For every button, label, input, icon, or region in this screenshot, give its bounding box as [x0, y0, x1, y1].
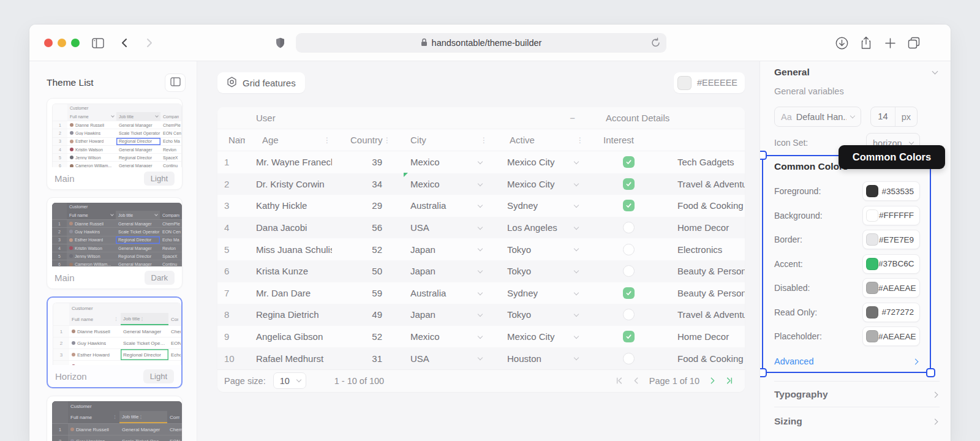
cell-country[interactable]: Japan	[392, 304, 489, 326]
grid-features-button[interactable]: Grid features	[217, 72, 305, 93]
theme-card-main-light[interactable]: CustomerFull nameJob titleCompany1Dianne…	[47, 98, 183, 190]
table-row[interactable]: 7Mr. Dan Dare59AustraliaSydneyBeauty & P…	[217, 282, 745, 304]
cell-name[interactable]: Dr. Kristy Corwin	[245, 173, 332, 195]
page-size-select[interactable]: 10	[273, 372, 306, 389]
group-header-account-details[interactable]: Account Details	[585, 107, 745, 129]
background-color-picker[interactable]: #EEEEEE	[674, 72, 745, 93]
cell-name[interactable]: Regina Dietrich	[245, 304, 332, 326]
cell-interest[interactable]: Beauty & Personal Car	[659, 260, 745, 282]
cell-name[interactable]: Mr. Wayne Franecki	[245, 151, 332, 173]
collapse-panel-button[interactable]	[165, 74, 186, 92]
zoom-button[interactable]	[71, 39, 80, 47]
selection-handle[interactable]	[760, 151, 767, 160]
column-menu-icon[interactable]: ⋮	[383, 136, 391, 145]
checkbox-unchecked[interactable]	[623, 244, 635, 255]
cell-name[interactable]: Krista Kunze	[245, 260, 332, 282]
column-menu-icon[interactable]: ⋮	[323, 136, 331, 145]
cell-country[interactable]: Mexico	[392, 151, 489, 173]
cell-country[interactable]: Japan	[392, 260, 489, 282]
cell-city[interactable]: Mexico City	[489, 326, 585, 348]
cell-name[interactable]: Dana Jacobi	[245, 217, 332, 239]
column-menu-icon[interactable]: ⋮	[236, 136, 244, 145]
fill-handle[interactable]	[404, 173, 408, 177]
selection-handle[interactable]	[926, 368, 935, 377]
cell-age[interactable]: 49	[332, 304, 392, 326]
table-row[interactable]: 2Dr. Kristy Corwin34MexicoMexico CityTra…	[217, 173, 745, 195]
collapse-group-icon[interactable]: −	[570, 113, 575, 123]
cell-city[interactable]: Sydney	[489, 282, 585, 304]
cell-age[interactable]: 52	[332, 326, 392, 348]
new-tab-icon[interactable]	[883, 36, 897, 50]
cell-interest[interactable]: Food & Cooking	[659, 347, 745, 369]
shield-icon[interactable]	[273, 36, 287, 50]
cell-name[interactable]: Mr. Dan Dare	[245, 282, 332, 304]
sidebar-toggle-icon[interactable]	[91, 36, 105, 50]
cell-age[interactable]: 31	[332, 347, 392, 369]
cell-interest[interactable]: Home Decor	[659, 217, 745, 239]
cell-age[interactable]: 34	[332, 173, 392, 195]
checkbox-checked[interactable]	[623, 200, 635, 211]
cell-city[interactable]: Houston	[489, 347, 585, 369]
section-general[interactable]: General	[774, 64, 940, 81]
pagination-next-button[interactable]	[709, 377, 717, 385]
section-typography[interactable]: Typography	[774, 386, 940, 403]
cell-interest[interactable]: Home Decor	[659, 326, 745, 348]
table-row[interactable]: 4Dana Jacobi56USALos AngelesHome Decor	[217, 217, 745, 239]
group-header-user[interactable]: User −	[245, 107, 585, 129]
column-header-name[interactable]: Name⋮	[217, 129, 245, 151]
close-button[interactable]	[44, 39, 53, 47]
table-row[interactable]: 3Kathy Hickle29AustraliaSydneyFood & Coo…	[217, 195, 745, 217]
cell-age[interactable]: 52	[332, 238, 392, 260]
column-header-city[interactable]: City⋮	[392, 129, 489, 151]
font-size-input[interactable]: 14 px	[870, 107, 918, 127]
cell-city[interactable]: Los Angeles	[489, 217, 585, 239]
column-menu-icon[interactable]: ⋮	[576, 136, 584, 145]
share-icon[interactable]	[859, 36, 873, 50]
cell-interest[interactable]: Electronics	[659, 238, 745, 260]
download-icon[interactable]	[834, 36, 849, 50]
advanced-link[interactable]: Advanced	[774, 353, 920, 370]
cell-age[interactable]: 56	[332, 217, 392, 239]
theme-card-horizon-light[interactable]: CustomerFull name⋮Job title⋮Company1Dian…	[47, 296, 183, 388]
checkbox-unchecked[interactable]	[623, 309, 635, 320]
checkbox-checked[interactable]	[623, 156, 635, 168]
address-bar[interactable]: handsontable/theme-builder	[296, 33, 666, 53]
selection-handle[interactable]	[760, 368, 767, 377]
pagination-last-button[interactable]	[726, 377, 734, 385]
checkbox-unchecked[interactable]	[623, 353, 635, 364]
tabs-icon[interactable]	[907, 36, 921, 50]
color-picker-chip[interactable]: #FFFFFF	[862, 206, 920, 225]
cell-name[interactable]: Miss Juana Schulist	[245, 238, 332, 260]
checkbox-checked[interactable]	[623, 331, 635, 342]
column-header-interest[interactable]: Interest	[585, 129, 659, 151]
table-row[interactable]: 10Rafael Medhurst31USAHoustonFood & Cook…	[217, 347, 745, 369]
table-row[interactable]: 8Regina Dietrich49JapanTokyoTravel & Adv…	[217, 304, 745, 326]
color-picker-chip[interactable]: #37BC6C	[862, 254, 920, 274]
cell-city[interactable]: Mexico City	[489, 151, 585, 173]
reload-icon[interactable]	[651, 37, 660, 50]
cell-country[interactable]: USA	[392, 217, 489, 239]
table-row[interactable]: 6Krista Kunze50JapanTokyoBeauty & Person…	[217, 260, 745, 282]
column-header-active[interactable]: Active⋮	[489, 129, 585, 151]
checkbox-unchecked[interactable]	[623, 265, 635, 277]
cell-interest[interactable]: Food & Cooking	[659, 195, 745, 217]
checkbox-checked[interactable]	[623, 287, 635, 299]
pagination-prev-button[interactable]	[632, 377, 640, 385]
color-picker-chip[interactable]: #727272	[862, 303, 920, 322]
cell-age[interactable]: 29	[332, 195, 392, 217]
cell-city[interactable]: Tokyo	[489, 304, 585, 326]
theme-card-partial[interactable]: CustomerFull name⋮Job title⋮Company1Dian…	[47, 396, 183, 441]
cell-age[interactable]: 39	[332, 151, 392, 173]
cell-name[interactable]: Rafael Medhurst	[245, 347, 332, 369]
forward-icon[interactable]	[142, 36, 157, 50]
cell-city[interactable]: Mexico City	[489, 173, 585, 195]
cell-country[interactable]: USA	[392, 347, 489, 369]
color-picker-chip[interactable]: #AEAEAE	[862, 326, 920, 346]
color-picker-chip[interactable]: #AEAEAE	[862, 278, 920, 298]
color-picker-chip[interactable]: #E7E7E9	[862, 230, 920, 249]
checkbox-unchecked[interactable]	[623, 222, 635, 233]
cell-city[interactable]: Tokyo	[489, 238, 585, 260]
cell-name[interactable]: Angelica Gibson	[245, 326, 332, 348]
theme-card-main-dark[interactable]: CustomerFull nameJob titleCompany1Dianne…	[47, 197, 183, 289]
pagination-first-button[interactable]	[615, 377, 623, 385]
